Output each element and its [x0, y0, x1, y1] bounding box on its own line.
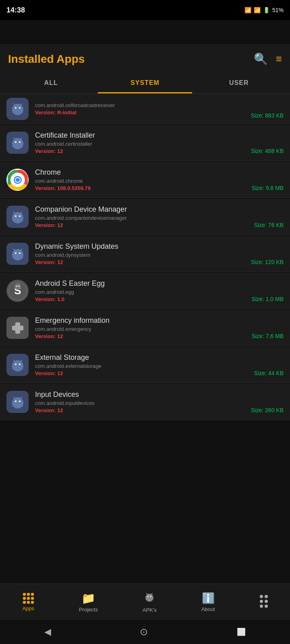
app-package: com.android.certinstaller	[35, 141, 251, 147]
svg-point-31	[15, 252, 17, 254]
list-item[interactable]: Chrome com.android.chrome Version: 108.0…	[0, 162, 290, 198]
tab-all[interactable]: ALL	[4, 74, 98, 93]
nav-projects[interactable]: 📁 Projects	[79, 592, 98, 613]
app-size: Size: 260 KB	[251, 407, 284, 413]
filter-icon[interactable]: ≡	[276, 53, 282, 65]
status-time: 14:38	[6, 6, 25, 14]
svg-point-23	[15, 215, 17, 217]
svg-line-12	[14, 138, 15, 140]
app-name: Dynamic System Updates	[35, 242, 251, 251]
svg-rect-9	[14, 143, 22, 148]
page-title: Installed Apps	[8, 53, 85, 66]
list-item[interactable]: Certificate Installer com.android.certin…	[0, 125, 290, 161]
svg-rect-46	[14, 365, 22, 370]
app-info: External Storage com.android.externalsto…	[35, 353, 254, 376]
svg-line-65	[147, 593, 147, 594]
app-size: Size: 1.0 MB	[252, 296, 284, 302]
app-version: Version: R-initial	[35, 109, 251, 116]
status-icons: 📶 📶 🔋 51%	[244, 7, 284, 13]
svg-line-25	[14, 212, 15, 214]
app-info: Companion Device Manager com.android.com…	[35, 205, 254, 228]
svg-rect-52	[21, 366, 23, 369]
svg-point-64	[150, 596, 151, 597]
app-package: com.android.emergency	[35, 326, 252, 332]
list-item[interactable]: Emergency information com.android.emerge…	[0, 310, 290, 346]
svg-rect-1	[14, 109, 22, 114]
back-button[interactable]: ◀	[44, 627, 51, 637]
svg-rect-36	[21, 255, 23, 258]
list-item[interactable]: Dynamic System Updates com.android.dynsy…	[0, 236, 290, 272]
app-name: Chrome	[35, 168, 252, 177]
app-package: com.android.egg	[35, 289, 252, 295]
bottom-nav: Apps 📁 Projects APK's ℹ️ About	[0, 584, 290, 620]
search-icon[interactable]: 🔍	[254, 52, 268, 66]
svg-line-49	[14, 360, 15, 362]
svg-point-47	[15, 363, 17, 365]
svg-line-34	[21, 249, 22, 251]
svg-rect-6	[12, 109, 14, 113]
svg-point-41	[18, 285, 19, 287]
app-size: Size: 883 KB	[251, 112, 284, 119]
app-icon	[6, 391, 29, 413]
app-icon	[6, 132, 29, 154]
nav-more[interactable]	[260, 595, 268, 609]
home-button[interactable]: ⊙	[140, 626, 148, 638]
svg-point-56	[19, 400, 21, 402]
svg-line-66	[151, 593, 152, 594]
svg-rect-60	[21, 403, 23, 407]
app-size: Size: 9.8 MB	[252, 185, 284, 191]
app-icon	[6, 354, 29, 376]
apps-icon	[23, 593, 34, 604]
app-icon	[6, 98, 29, 120]
svg-rect-28	[21, 218, 23, 221]
nav-apks[interactable]: APK's	[143, 591, 157, 613]
svg-rect-51	[12, 366, 14, 369]
app-package: com.android.dynsystem	[35, 252, 251, 258]
list-item[interactable]: Companion Device Manager com.android.com…	[0, 199, 290, 235]
app-icon: S	[6, 280, 29, 302]
header-actions: 🔍 ≡	[254, 52, 282, 66]
nav-apps[interactable]: Apps	[22, 593, 34, 611]
app-package: com.android.companiondevicemanager	[35, 215, 254, 221]
svg-point-11	[19, 141, 21, 143]
svg-line-33	[14, 249, 15, 251]
nav-about[interactable]: ℹ️ About	[201, 592, 215, 612]
svg-line-58	[21, 397, 22, 399]
recents-button[interactable]: ⬜	[237, 627, 246, 636]
about-icon: ℹ️	[202, 592, 215, 605]
svg-point-48	[19, 363, 21, 365]
tabs: ALL SYSTEM USER	[0, 74, 290, 94]
app-name: Companion Device Manager	[35, 205, 254, 214]
list-item[interactable]: Input Devices com.android.inputdevices V…	[0, 384, 290, 420]
svg-line-57	[14, 397, 15, 399]
app-package: com.android.cellbroadcastreceiver	[35, 102, 251, 108]
svg-point-10	[15, 141, 17, 143]
tab-user[interactable]: USER	[192, 74, 286, 93]
svg-line-26	[21, 212, 22, 214]
svg-rect-44	[12, 326, 23, 330]
app-icon	[6, 169, 29, 191]
system-nav: ◀ ⊙ ⬜	[0, 620, 290, 644]
list-item[interactable]: External Storage com.android.externalsto…	[0, 347, 290, 383]
app-version: Version: 108.0.5359.79	[35, 185, 252, 191]
header: Installed Apps 🔍 ≡	[0, 44, 290, 74]
more-icon	[260, 595, 268, 608]
app-icon	[6, 206, 29, 228]
svg-point-39	[14, 283, 21, 290]
app-size: Size: 488 KB	[251, 148, 284, 154]
app-list: com.android.cellbroadcastreceiver Versio…	[0, 94, 290, 420]
tab-system[interactable]: SYSTEM	[98, 74, 192, 93]
svg-point-32	[19, 252, 21, 254]
svg-line-13	[21, 138, 22, 140]
svg-point-63	[147, 596, 149, 597]
svg-rect-54	[14, 402, 22, 407]
list-item[interactable]: S Android S Easter Egg com.android.egg V…	[0, 273, 290, 309]
app-info: Android S Easter Egg com.android.egg Ver…	[35, 279, 252, 302]
app-size: Size: 76 KB	[254, 222, 284, 228]
svg-point-55	[15, 400, 17, 402]
svg-point-2	[15, 107, 17, 109]
app-size: Size: 7.6 MB	[252, 333, 284, 339]
app-version: Version: 12	[35, 222, 254, 228]
list-item[interactable]: com.android.cellbroadcastreceiver Versio…	[0, 94, 290, 124]
app-name: External Storage	[35, 353, 254, 362]
